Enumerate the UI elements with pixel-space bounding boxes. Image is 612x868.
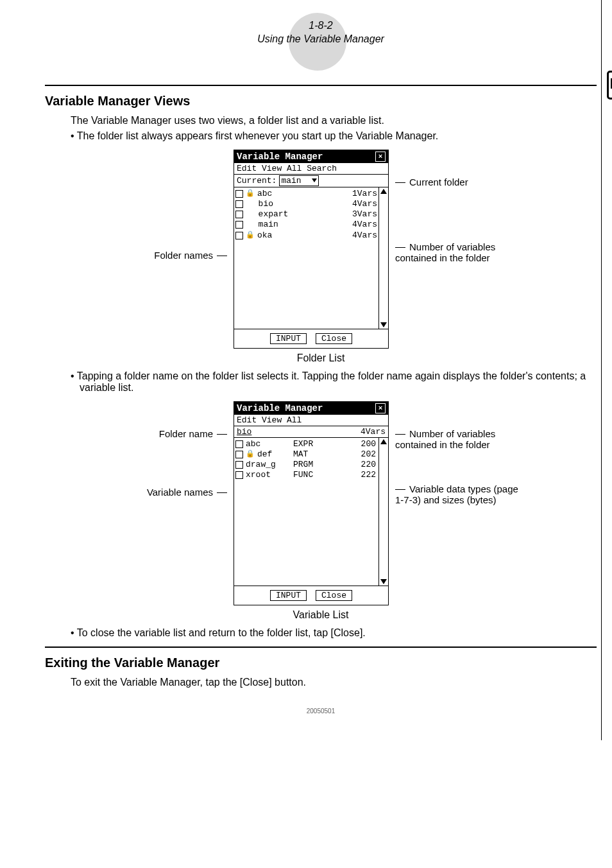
variable-type: MAT	[293, 449, 328, 460]
bullet-2: • Tapping a folder name on the folder li…	[71, 370, 597, 394]
button-bar: INPUT Close	[234, 586, 388, 605]
close-button[interactable]: Close	[316, 590, 352, 601]
folder-path-name: bio	[237, 427, 251, 437]
scroll-up-icon[interactable]	[380, 439, 387, 444]
label-num-vars-2: Number of variables contained in the fol…	[395, 428, 523, 450]
close-icon[interactable]: ×	[375, 152, 386, 162]
variable-size: 200	[328, 439, 377, 449]
lock-icon: 🔒	[246, 450, 255, 459]
label-current-folder: Current folder	[395, 177, 468, 187]
folder-path-count: 4Vars	[361, 427, 386, 437]
list-item[interactable]: main4Vars	[235, 220, 377, 230]
scroll-down-icon[interactable]	[380, 322, 387, 327]
page-ref: 1-8-2	[45, 19, 597, 33]
checkbox-icon[interactable]	[235, 440, 243, 448]
rule-top	[45, 85, 597, 86]
label-folder-name: Folder name	[159, 428, 227, 439]
label-var-types: Variable data types (page 1-7-3) and siz…	[395, 483, 523, 505]
list-item[interactable]: 🔒defMAT202	[235, 449, 377, 460]
variable-type: PRGM	[293, 460, 328, 470]
variable-size: 220	[328, 460, 377, 470]
variable-name: xroot	[246, 470, 271, 480]
section-title: Variable Manager Views	[45, 94, 597, 108]
input-button[interactable]: INPUT	[270, 333, 307, 344]
scrollbar[interactable]	[378, 438, 388, 586]
section-title-2: Exiting the Variable Manager	[45, 655, 597, 670]
page-header: 1-8-2 Using the Variable Manager	[45, 19, 597, 46]
variable-list[interactable]: abcEXPR200🔒defMAT202draw_gPRGM220xrootFU…	[234, 438, 378, 586]
scrollbar[interactable]	[378, 187, 388, 329]
screenshot-variable-list: Variable Manager × Edit View All bio 4Va…	[234, 401, 389, 605]
close-button[interactable]: Close	[316, 333, 352, 344]
caption-variable-list: Variable List	[45, 609, 597, 621]
bullet-3: • To close the variable list and return …	[71, 627, 597, 639]
folder-name: bio	[259, 199, 273, 209]
variable-name: def	[257, 449, 272, 460]
list-item[interactable]: abcEXPR200	[235, 439, 377, 449]
menubar[interactable]: Edit View All	[234, 415, 388, 426]
window-titlebar: Variable Manager ×	[234, 150, 388, 163]
variable-type: EXPR	[293, 439, 328, 449]
checkbox-icon[interactable]	[235, 211, 243, 218]
label-variable-names: Variable names	[147, 487, 227, 498]
checkbox-icon[interactable]	[235, 221, 243, 229]
chapter-title: Using the Variable Manager	[45, 33, 597, 46]
checkbox-icon[interactable]	[235, 232, 243, 239]
scroll-down-icon[interactable]	[380, 579, 387, 584]
folder-path-row[interactable]: bio 4Vars	[234, 426, 388, 438]
page: 1-8-2 Using the Variable Manager Variabl…	[0, 0, 612, 740]
figure-variable-list: Folder name Variable names Variable Mana…	[45, 401, 597, 605]
footer-code: 20050501	[45, 707, 597, 715]
list-item[interactable]: bio4Vars	[235, 199, 377, 209]
close-icon[interactable]: ×	[375, 403, 386, 413]
figure-folder-list: Folder names Variable Manager × Edit Vie…	[45, 150, 597, 349]
variable-type: FUNC	[293, 470, 328, 480]
list-item[interactable]: xrootFUNC222	[235, 470, 377, 480]
folder-name: abc	[257, 189, 272, 199]
current-folder-label: Current:	[237, 176, 276, 186]
list-item[interactable]: draw_gPRGM220	[235, 460, 377, 470]
list-item[interactable]: 🔒oka4Vars	[235, 230, 377, 241]
scroll-up-icon[interactable]	[380, 189, 387, 194]
lock-icon: 🔒	[246, 231, 255, 240]
var-count: 4Vars	[352, 199, 377, 209]
calculator-icon	[607, 71, 612, 100]
checkbox-icon[interactable]	[235, 451, 243, 458]
checkbox-icon[interactable]	[235, 190, 243, 198]
var-count: 1Vars	[352, 189, 377, 199]
button-bar: INPUT Close	[234, 329, 388, 348]
right-side-rule	[601, 0, 602, 740]
folder-name: main	[259, 220, 278, 230]
list-item[interactable]: expart3Vars	[235, 209, 377, 220]
caption-folder-list: Folder List	[45, 352, 597, 364]
screenshot-folder-list: Variable Manager × Edit View All Search …	[234, 150, 389, 349]
bullet-1: • The folder list always appears first w…	[71, 130, 597, 142]
checkbox-icon[interactable]	[235, 461, 243, 469]
window-title: Variable Manager	[237, 403, 323, 413]
window-title: Variable Manager	[237, 152, 323, 162]
checkbox-icon[interactable]	[235, 471, 243, 479]
folder-name: expart	[259, 209, 289, 220]
exit-text: To exit the Variable Manager, tap the [C…	[71, 677, 597, 688]
folder-name: oka	[257, 230, 272, 241]
chevron-down-icon	[312, 178, 317, 182]
var-count: 4Vars	[352, 220, 377, 230]
list-item[interactable]: 🔒abc1Vars	[235, 189, 377, 199]
label-num-vars: Number of variables contained in the fol…	[395, 241, 523, 263]
variable-name: draw_g	[246, 460, 276, 470]
folder-list[interactable]: 🔒abc1Vars bio4Vars expart3Vars main4Vars…	[234, 187, 378, 329]
window-titlebar: Variable Manager ×	[234, 402, 388, 415]
variable-size: 222	[328, 470, 377, 480]
rule-bottom	[45, 647, 597, 648]
current-folder-bar: Current: main	[234, 175, 388, 187]
current-folder-dropdown[interactable]: main	[279, 175, 319, 186]
menubar[interactable]: Edit View All Search	[234, 163, 388, 175]
current-folder-value: main	[281, 176, 301, 186]
var-count: 4Vars	[352, 230, 377, 241]
var-count: 3Vars	[352, 209, 377, 220]
input-button[interactable]: INPUT	[270, 590, 307, 601]
label-folder-names: Folder names	[154, 250, 227, 261]
checkbox-icon[interactable]	[235, 200, 243, 208]
lock-icon: 🔒	[246, 189, 255, 198]
intro-text: The Variable Manager uses two views, a f…	[71, 115, 597, 126]
